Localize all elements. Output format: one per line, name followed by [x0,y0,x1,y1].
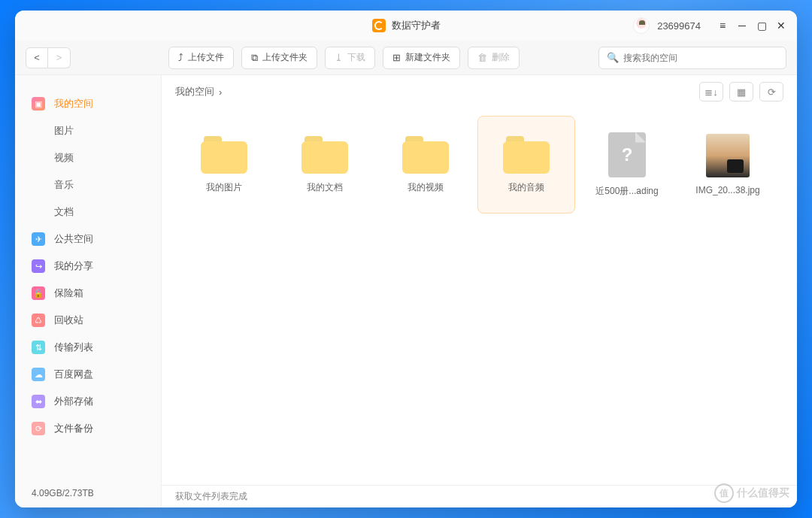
folder-upload-icon: ⧉ [251,52,258,64]
folder-item[interactable]: 我的图片 [175,116,273,214]
app-title: 数据守护者 [392,19,441,32]
file-item[interactable]: ?近500册...ading [578,116,676,214]
sort-button[interactable]: ≣↓ [699,82,723,101]
maximize-button[interactable]: ▢ [753,17,770,34]
nav-back-button[interactable]: < [26,47,48,68]
external-icon: ⬌ [32,395,45,408]
sidebar-item-docs[interactable]: 文档 [15,198,161,226]
delete-button[interactable]: 🗑删除 [468,47,520,69]
share-icon: ↪ [32,259,45,273]
transfer-icon: ⇅ [32,341,45,354]
avatar[interactable] [633,17,650,34]
backup-icon: ⟳ [32,422,45,435]
app-window: 数据守护者 23699674 ≡ ─ ▢ ✕ < > ⤴上传文件 ⧉上传文件夹 … [15,11,797,507]
main-panel: 我的空间› ≣↓ ▦ ⟳ 我的图片 我的文档 我的视频 我的音频 ?近500册.… [162,75,797,507]
grid-view-button[interactable]: ▦ [729,82,753,101]
username: 23699674 [657,20,701,32]
sidebar-item-share[interactable]: ↪我的分享 [15,253,161,280]
storage-info: 4.09GB/2.73TB [15,479,161,507]
folder-icon [402,136,449,174]
chevron-right-icon: › [219,86,222,98]
download-icon: ⤓ [335,52,343,63]
search-input[interactable] [623,53,778,63]
safe-icon: 🔒 [32,286,45,300]
baidu-icon: ☁ [32,368,45,381]
menu-icon[interactable]: ≡ [714,17,731,34]
minimize-button[interactable]: ─ [734,17,750,34]
sidebar: ▣我的空间 图片 视频 音乐 文档 ✈公共空间 ↪我的分享 🔒保险箱 ♺回收站 … [15,75,162,507]
folder-icon [301,136,348,174]
trash-icon: 🗑 [477,52,487,63]
body-area: ▣我的空间 图片 视频 音乐 文档 ✈公共空间 ↪我的分享 🔒保险箱 ♺回收站 … [15,75,797,507]
search-icon: 🔍 [607,52,619,63]
close-button[interactable]: ✕ [773,17,789,34]
sidebar-item-baidu[interactable]: ☁百度网盘 [15,361,161,388]
watermark: 什么值得买 [714,483,789,503]
titlebar: 数据守护者 23699674 ≡ ─ ▢ ✕ [15,11,797,41]
folder-icon [503,136,550,174]
space-icon: ▣ [32,97,45,111]
search-box[interactable]: 🔍 [598,47,786,69]
statusbar: 获取文件列表完成 [162,485,797,507]
sidebar-item-pictures[interactable]: 图片 [15,117,161,144]
toolbar: < > ⤴上传文件 ⧉上传文件夹 ⤓下载 ⊞新建文件夹 🗑删除 🔍 [15,41,797,75]
sidebar-item-myspace[interactable]: ▣我的空间 [15,90,161,117]
sidebar-item-music[interactable]: 音乐 [15,171,161,198]
upload-file-button[interactable]: ⤴上传文件 [168,47,234,69]
sidebar-item-safe[interactable]: 🔒保险箱 [15,280,161,307]
sidebar-item-transfer[interactable]: ⇅传输列表 [15,334,161,361]
new-folder-button[interactable]: ⊞新建文件夹 [383,47,460,69]
folder-item[interactable]: 我的视频 [377,116,474,214]
download-button[interactable]: ⤓下载 [325,47,375,69]
upload-folder-button[interactable]: ⧉上传文件夹 [241,47,317,69]
title-right: 23699674 ≡ ─ ▢ ✕ [633,17,789,34]
window-controls: ≡ ─ ▢ ✕ [714,17,789,34]
file-icon: ? [608,132,646,177]
folder-icon [201,136,247,174]
image-item[interactable]: IMG_20...38.jpg [679,116,777,214]
sidebar-item-public[interactable]: ✈公共空间 [15,226,161,253]
title-center: 数据守护者 [372,19,441,32]
breadcrumb[interactable]: 我的空间› [175,85,222,98]
sidebar-item-trash[interactable]: ♺回收站 [15,307,161,334]
breadcrumb-row: 我的空间› ≣↓ ▦ ⟳ [162,75,797,108]
image-thumbnail [706,134,750,177]
sidebar-item-videos[interactable]: 视频 [15,144,161,171]
sidebar-item-external[interactable]: ⬌外部存储 [15,388,161,415]
folder-item[interactable]: 我的音频 [477,116,575,214]
sidebar-item-backup[interactable]: ⟳文件备份 [15,415,161,442]
new-folder-icon: ⊞ [392,52,401,63]
nav-group: < > [26,47,71,68]
folder-item[interactable]: 我的文档 [276,116,374,214]
file-grid: 我的图片 我的文档 我的视频 我的音频 ?近500册...ading IMG_2… [162,108,797,485]
view-controls: ≣↓ ▦ ⟳ [699,82,783,101]
nav-forward-button[interactable]: > [48,47,71,68]
sidebar-list: ▣我的空间 图片 视频 音乐 文档 ✈公共空间 ↪我的分享 🔒保险箱 ♺回收站 … [15,75,161,479]
upload-icon: ⤴ [178,52,183,63]
public-icon: ✈ [32,232,45,246]
recycle-icon: ♺ [32,314,45,327]
refresh-button[interactable]: ⟳ [759,82,783,101]
app-icon [372,19,386,32]
